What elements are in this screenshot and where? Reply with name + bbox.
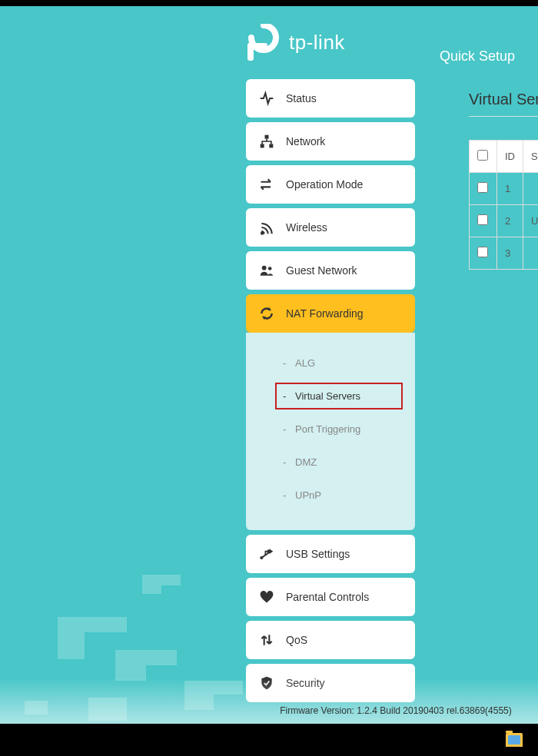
sidebar: Status Network Operation Mode Wireless G… (246, 79, 415, 707)
activity-icon (258, 90, 275, 107)
sidebar-item-label: Status (286, 92, 317, 104)
submenu-label: Virtual Servers (295, 390, 360, 402)
svg-point-6 (262, 266, 267, 270)
cell-id: 1 (497, 173, 523, 205)
sidebar-item-security[interactable]: Security (246, 664, 415, 702)
table-row: 3 (470, 237, 539, 270)
taskbar (0, 724, 538, 756)
cell-service: Upl (523, 205, 539, 237)
sidebar-item-wireless[interactable]: Wireless (246, 208, 415, 247)
users-icon (258, 262, 275, 279)
heart-icon (258, 589, 275, 605)
main-content: Virtual Serv ID Se 1 2 Upl (430, 91, 538, 270)
cell-id: 3 (497, 237, 523, 270)
shield-icon (258, 675, 275, 691)
sidebar-item-operation-mode[interactable]: Operation Mode (246, 165, 415, 204)
network-icon (258, 133, 275, 150)
svg-rect-1 (247, 43, 267, 49)
sidebar-item-qos[interactable]: QoS (246, 621, 415, 659)
tab-quick-setup[interactable]: Quick Setup (440, 48, 538, 65)
submenu-label: UPnP (295, 489, 321, 501)
select-all-checkbox[interactable] (477, 150, 488, 161)
table-header-id: ID (497, 141, 523, 173)
file-explorer-icon[interactable] (506, 733, 523, 747)
svg-rect-2 (265, 135, 269, 139)
firmware-version: Firmware Version: 1.2.4 Build 20190403 r… (0, 705, 538, 716)
sidebar-item-status[interactable]: Status (246, 79, 415, 118)
arrows-icon (258, 632, 275, 648)
row-checkbox[interactable] (477, 247, 488, 257)
firmware-label: Firmware Version: (280, 705, 354, 716)
sidebar-item-usb-settings[interactable]: USB Settings (246, 535, 415, 573)
sidebar-item-label: Operation Mode (286, 178, 363, 191)
sidebar-item-label: NAT Forwarding (286, 307, 364, 320)
refresh-icon (258, 305, 275, 322)
table-row: 1 (470, 173, 539, 205)
page-title: Virtual Serv (430, 91, 538, 108)
sidebar-item-nat-forwarding[interactable]: NAT Forwarding (246, 294, 415, 333)
divider (469, 116, 538, 117)
brand-logo: tp-link (244, 24, 345, 62)
swap-icon (258, 176, 275, 193)
table-row: 2 Upl (470, 205, 539, 237)
row-checkbox[interactable] (477, 182, 488, 193)
sidebar-item-guest-network[interactable]: Guest Network (246, 251, 415, 290)
sidebar-item-label: Security (286, 677, 325, 689)
submenu-item-alg[interactable]: -ALG (246, 346, 415, 380)
sidebar-item-parental-controls[interactable]: Parental Controls (246, 578, 415, 616)
svg-point-5 (261, 232, 264, 234)
wifi-icon (258, 219, 275, 236)
brand-name: tp-link (289, 31, 345, 55)
submenu-item-dmz[interactable]: -DMZ (246, 446, 415, 479)
usb-icon (258, 545, 275, 562)
sidebar-item-label: USB Settings (286, 548, 350, 560)
cell-id: 2 (497, 205, 523, 237)
svg-rect-3 (261, 144, 264, 148)
submenu-label: ALG (295, 357, 315, 369)
submenu-label: DMZ (295, 456, 317, 468)
virtual-servers-table: ID Se 1 2 Upl 3 (469, 140, 538, 270)
submenu-label: Port Triggering (295, 423, 360, 435)
svg-point-7 (268, 267, 272, 270)
sidebar-item-label: Network (286, 135, 325, 148)
sidebar-item-label: Wireless (286, 221, 327, 234)
sidebar-item-label: Guest Network (286, 264, 357, 277)
svg-marker-10 (269, 549, 273, 554)
submenu-item-port-triggering[interactable]: -Port Triggering (246, 413, 415, 446)
row-checkbox[interactable] (477, 214, 488, 225)
sidebar-item-network[interactable]: Network (246, 122, 415, 161)
submenu-nat-forwarding: -ALG -Virtual Servers -Port Triggering -… (246, 333, 415, 530)
svg-rect-4 (269, 144, 273, 148)
sidebar-item-label: QoS (286, 634, 307, 646)
table-header-service: Se (523, 141, 539, 173)
table-header-select-all[interactable] (470, 141, 497, 173)
submenu-item-virtual-servers[interactable]: -Virtual Servers (275, 383, 403, 410)
cell-service (523, 237, 539, 270)
sidebar-item-label: Parental Controls (286, 591, 369, 603)
cell-service (523, 173, 539, 205)
submenu-item-upnp[interactable]: -UPnP (246, 479, 415, 512)
firmware-value: 1.2.4 Build 20190403 rel.63869(4555) (357, 705, 512, 716)
logo-icon (244, 24, 283, 62)
